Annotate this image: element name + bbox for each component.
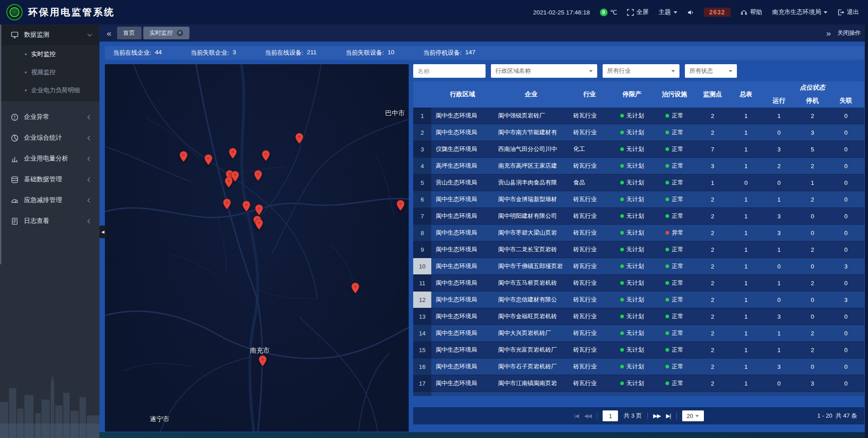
fullscreen-button[interactable]: 全屏	[627, 8, 649, 16]
table-row-15[interactable]: 15阆中生态环境局阆中市光富页岩机砖厂砖瓦行业无计划正常21120	[413, 342, 864, 358]
table-row-14[interactable]: 14阆中生态环境局阆中大兴页岩机砖厂砖瓦行业无计划正常21120	[413, 325, 864, 342]
table-row-7[interactable]: 7阆中生态环境局阆中明阳建材有限公司砖瓦行业无计划正常21300	[413, 208, 864, 225]
log-icon	[11, 217, 19, 225]
table-row-18[interactable]: 18南部生态环境局南部县升钟湖页岩砖厂砖瓦行业无计划正常21030	[413, 392, 864, 396]
map-pin-icon[interactable]	[204, 154, 213, 165]
sidebar: 数据监测实时监控视频监控企业电力负荷明细企业异常企业综合统计企业用电量分析基础数…	[0, 24, 99, 438]
notice-count-badge[interactable]: 2632	[704, 8, 731, 17]
map-pin-icon[interactable]	[351, 283, 359, 294]
map-pin-icon[interactable]	[258, 355, 267, 367]
page-number-input[interactable]: 1	[603, 410, 618, 421]
table-row-9[interactable]: 9阆中生态环境局阆中市二龙长宝页岩砖砖瓦行业无计划正常21120	[413, 241, 864, 258]
table-row-4[interactable]: 4高坪生态环境局南充市高坪区王家店建砖瓦行业无计划正常31220	[413, 158, 864, 174]
status-dot	[620, 365, 624, 368]
pagination-bar: |◀ ◀◀ 1 共 3 页 ▶▶ ▶| 20	[413, 407, 864, 424]
theme-dropdown[interactable]: 主题	[659, 8, 677, 16]
table-row-17[interactable]: 17阆中生态环境局阆中市江南镇阆南页岩砖瓦行业无计划正常21030	[413, 375, 864, 392]
temperature-unit: ℃	[610, 9, 617, 16]
tab-item-0[interactable]: 首页	[117, 27, 142, 39]
tab-item-1[interactable]: 实时监控×	[143, 27, 189, 39]
cell-lost: 0	[829, 358, 863, 375]
total-pages-label: 共 3 页	[623, 412, 642, 420]
last-page-button[interactable]: ▶|	[666, 413, 670, 419]
map-pin-icon[interactable]	[255, 204, 263, 216]
cell-run: 3	[762, 358, 796, 375]
map-pin-icon[interactable]	[223, 198, 231, 210]
table-row-6[interactable]: 6阆中生态环境局阆中市金博瑞新型墙材砖瓦行业无计划正常21120	[413, 191, 864, 208]
sidebar-item-1[interactable]: 企业异常	[0, 107, 99, 127]
headset-icon	[741, 9, 747, 16]
table-row-2[interactable]: 2阆中生态环境局阆中市南方节能建材有砖瓦行业无计划正常21030	[413, 124, 864, 141]
table-row-16[interactable]: 16阆中生态环境局阆中市石子页岩机砖厂砖瓦行业无计划正常21300	[413, 358, 864, 375]
analysis-icon	[11, 155, 19, 163]
sidebar-scrollbar[interactable]	[0, 24, 1, 264]
sidebar-subitem-0[interactable]: 实时监控	[0, 45, 99, 63]
tab-close-icon[interactable]: ×	[177, 30, 183, 36]
emergency-icon	[11, 197, 19, 204]
cell-lost: 0	[829, 174, 863, 191]
cell-facility: 正常	[654, 174, 695, 191]
table-row-5[interactable]: 5营山生态环境局营山县润丰肉食品有限食品无计划正常10010	[413, 174, 864, 191]
cell-production-text: 无计划	[627, 329, 644, 337]
city-label: 南充市	[250, 346, 270, 355]
tabs-scroll-left-button[interactable]: «	[107, 29, 112, 38]
table-row-1[interactable]: 1阆中生态环境局阆中强锐页岩砖厂砖瓦行业无计划正常21120	[413, 108, 864, 124]
map-panel[interactable]: 巴中市南充市遂宁市	[105, 64, 409, 432]
logout-button[interactable]: 退出	[837, 8, 859, 16]
table-row-11[interactable]: 11阆中生态环境局阆中市五马桥页岩机砖砖瓦行业无计划正常21120	[413, 275, 864, 292]
cell-lost: 0	[829, 275, 863, 291]
sidebar-item-5[interactable]: 应急减排管理	[0, 190, 99, 211]
map-pin-icon[interactable]	[228, 148, 237, 159]
prev-page-button[interactable]: ◀◀	[584, 413, 591, 419]
cell-stop: 2	[796, 241, 829, 258]
industry-filter-select[interactable]: 所有行业	[603, 64, 679, 78]
sidebar-subitem-2[interactable]: 企业电力负荷明细	[0, 81, 99, 99]
table-row-13[interactable]: 13阆中生态环境局阆中市金福旺页岩机砖砖瓦行业无计划正常21300	[413, 308, 864, 325]
map-pin-icon[interactable]	[295, 133, 304, 144]
chevron-left-icon	[88, 177, 92, 182]
first-page-button[interactable]: |◀	[574, 413, 578, 419]
table-row-8[interactable]: 8阆中生态环境局阆中市枣碧大梁山页岩砖瓦行业无计划异常21300	[413, 225, 864, 241]
status-dot	[620, 214, 624, 218]
sidebar-item-4[interactable]: 基础数据管理	[0, 169, 99, 190]
tabs-scroll-right-button[interactable]: »	[826, 29, 831, 38]
map-pin-icon[interactable]	[254, 170, 262, 181]
map-pin-icon[interactable]	[225, 177, 233, 188]
map-pin-icon[interactable]	[262, 150, 270, 161]
cell-region: 阆中生态环境局	[431, 358, 494, 375]
sidebar-item-2[interactable]: 企业综合统计	[0, 127, 99, 148]
cell-region: 阆中生态环境局	[431, 258, 494, 274]
cell-facility: 正常	[654, 124, 695, 141]
speaker-icon[interactable]	[687, 9, 694, 16]
sidebar-subitem-1[interactable]: 视频监控	[0, 63, 99, 81]
cell-facility: 正常	[654, 292, 695, 308]
page-size-select[interactable]: 20	[682, 410, 704, 421]
table-row-3[interactable]: 3仪陇生态环境局西南油气田分公司川中化工无计划正常71350	[413, 141, 864, 158]
status-filter-select[interactable]: 所有状态	[685, 64, 737, 78]
map-pin-icon[interactable]	[255, 219, 263, 230]
cell-region: 阆中生态环境局	[431, 108, 494, 124]
cell-monitor: 2	[695, 325, 730, 341]
map-pin-icon[interactable]	[396, 200, 405, 211]
sidebar-item-3[interactable]: 企业用电量分析	[0, 148, 99, 169]
cell-production: 无计划	[610, 141, 654, 157]
sidebar-item-0[interactable]: 数据监测	[0, 24, 99, 45]
cell-industry: 砖瓦行业	[569, 158, 610, 174]
org-dropdown[interactable]: 南充市生态环境局	[772, 8, 827, 16]
cell-monitor: 2	[695, 108, 730, 124]
close-operations-button[interactable]: 关闭操作	[837, 29, 861, 37]
map-pin-icon[interactable]	[242, 201, 251, 212]
help-button[interactable]: 帮助	[741, 8, 762, 16]
cell-stop: 0	[796, 258, 829, 274]
name-filter-input[interactable]	[413, 64, 486, 78]
table-row-10[interactable]: 10阆中生态环境局阆中市千佛镇五郎垭页岩砖瓦行业无计划正常21003	[413, 258, 864, 275]
cell-region: 高坪生态环境局	[431, 158, 494, 174]
sidebar-collapse-handle[interactable]: ◀	[99, 226, 106, 238]
next-page-button[interactable]: ▶▶	[653, 413, 660, 419]
map-pin-icon[interactable]	[179, 151, 188, 162]
region-filter-select[interactable]: 行政区域名称	[491, 64, 597, 78]
fullscreen-icon	[627, 9, 634, 16]
table-row-12[interactable]: 12阆中生态环境局阆中市忠信建材有限公砖瓦行业无计划正常21003	[413, 292, 864, 308]
page-scrollbar[interactable]	[865, 24, 868, 438]
sidebar-item-6[interactable]: 日志查看	[0, 211, 99, 231]
